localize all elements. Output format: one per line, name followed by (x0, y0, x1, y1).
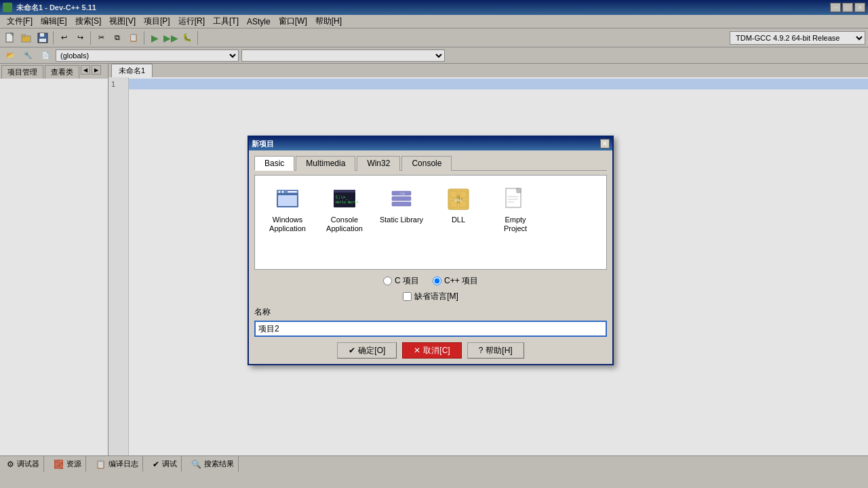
radio-cpp-label[interactable]: C++ 项目 (433, 275, 478, 287)
dialog-body: Basic Multimedia Win32 Console WindowsAp… (249, 150, 612, 364)
tab-console[interactable]: Console (401, 156, 452, 171)
project-type-grid: WindowsApplication C:\>_ Hello World Con… (254, 175, 607, 270)
dll-icon: DLL (445, 186, 472, 213)
project-language-options: C 项目 C++ 项目 (254, 275, 607, 287)
empty-project-icon (502, 186, 529, 213)
radio-cpp[interactable] (433, 277, 441, 285)
svg-rect-24 (460, 191, 467, 198)
default-language-row: 缺省语言[M] (254, 291, 607, 302)
dialog-titlebar: 新项目 ✕ (249, 137, 612, 150)
ok-button[interactable]: ✔ 确定[O] (337, 342, 397, 359)
svg-text:.lib: .lib (398, 192, 405, 195)
project-type-windows[interactable]: WindowsApplication (260, 181, 315, 264)
default-lang-checkbox[interactable] (403, 292, 412, 301)
svg-rect-12 (288, 191, 297, 192)
project-name-input[interactable] (254, 321, 607, 337)
project-type-static[interactable]: .lib Static Library (374, 181, 429, 264)
dll-label: DLL (452, 216, 465, 224)
cancel-icon: ✕ (414, 346, 420, 355)
cancel-button[interactable]: ✕ 取消[C] (402, 342, 461, 359)
svg-text:DLL: DLL (454, 198, 462, 202)
tab-win32[interactable]: Win32 (357, 156, 400, 171)
dialog-tab-bar: Basic Multimedia Win32 Console (254, 156, 607, 171)
project-type-empty[interactable]: Empty Project (488, 181, 542, 264)
help-button[interactable]: ? 帮助[H] (467, 342, 524, 359)
new-project-dialog: 新项目 ✕ Basic Multimedia Win32 Console (248, 136, 614, 365)
tab-basic[interactable]: Basic (254, 156, 294, 171)
name-label: 名称 (254, 306, 607, 318)
svg-rect-14 (334, 190, 355, 192)
svg-text:Hello World: Hello World (336, 200, 358, 204)
dialog-title: 新项目 (252, 139, 274, 149)
project-name-section: 名称 (254, 306, 607, 337)
static-icon: .lib (388, 186, 415, 213)
ok-icon: ✔ (349, 346, 355, 355)
windows-icon (274, 186, 301, 213)
dialog-buttons: ✔ 确定[O] ✕ 取消[C] ? 帮助[H] (254, 342, 607, 359)
empty-label: Empty Project (493, 216, 538, 233)
checkbox-default-lang[interactable]: 缺省语言[M] (403, 291, 458, 302)
project-type-dll[interactable]: DLL DLL (431, 181, 486, 264)
tab-multimedia[interactable]: Multimedia (296, 156, 355, 171)
console-label: ConsoleApplication (326, 216, 363, 233)
project-type-console[interactable]: C:\>_ Hello World ConsoleApplication (317, 181, 372, 264)
radio-c-label[interactable]: C 项目 (383, 275, 419, 287)
svg-rect-19 (392, 202, 411, 206)
dialog-close-button[interactable]: ✕ (600, 139, 610, 148)
help-icon: ? (479, 346, 484, 355)
svg-point-10 (279, 191, 281, 193)
static-label: Static Library (380, 216, 423, 224)
svg-text:C:\>_: C:\>_ (336, 195, 348, 200)
radio-c[interactable] (383, 277, 392, 285)
console-icon: C:\>_ Hello World (331, 186, 358, 213)
svg-rect-23 (450, 191, 457, 198)
windows-label: WindowsApplication (269, 216, 306, 233)
svg-rect-9 (278, 195, 297, 206)
svg-point-11 (282, 191, 284, 193)
svg-rect-18 (392, 197, 411, 201)
